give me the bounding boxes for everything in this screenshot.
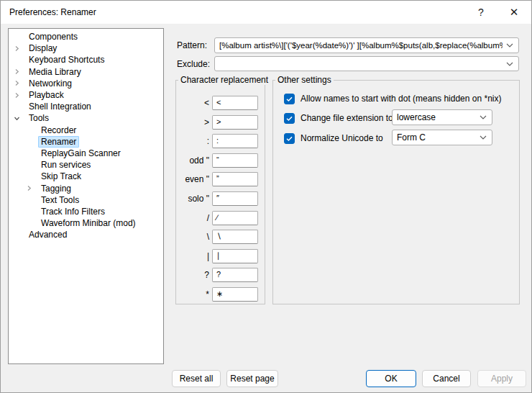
ok-label: OK	[385, 374, 397, 384]
tree-item-components[interactable]: Components	[9, 31, 163, 42]
exclude-combobox[interactable]	[214, 56, 519, 71]
help-button[interactable]: ?	[469, 1, 493, 24]
pattern-value: [%album artist%\]['('$year(%date%)')' ][…	[219, 38, 503, 53]
checkmark-icon	[285, 135, 293, 143]
change-extension-checkbox[interactable]	[284, 113, 295, 124]
char-replacement-input[interactable]: ∖	[212, 230, 258, 244]
char-replacement-group: Character replacement <<>>::odd "“even "…	[175, 80, 265, 304]
expander-spacer	[14, 102, 26, 111]
file-extension-combobox[interactable]: lowercase	[392, 109, 492, 125]
tree-item-label: Playback	[26, 89, 67, 101]
checkmark-icon	[285, 114, 293, 122]
char-replacement-input[interactable]: ″	[212, 191, 258, 206]
tree-item-replaygain-scanner[interactable]: ReplayGain Scanner	[9, 148, 163, 159]
char-replacement-input[interactable]: ∕	[212, 211, 258, 225]
dialog-title: Preferences: Renamer	[9, 1, 96, 24]
chevron-down-icon[interactable]	[506, 62, 513, 66]
tree-item-networking[interactable]: Networking	[9, 78, 163, 89]
tree-item-playback[interactable]: Playback	[9, 89, 163, 101]
char-replacement-input[interactable]: ?	[212, 268, 258, 282]
chevron-down-icon[interactable]	[480, 115, 487, 119]
char-replacement-input[interactable]: ”	[212, 172, 258, 186]
apply-label: Apply	[491, 374, 513, 384]
tree-item-label: Run services	[38, 159, 93, 171]
tree-item-label: Waveform Minibar (mod)	[38, 217, 139, 229]
allow-dot-label: Allow names to start with dot (means hid…	[301, 94, 501, 104]
expander-spacer	[14, 32, 26, 41]
char-replacement-input[interactable]: <	[212, 96, 258, 110]
char-replacement-source-label: \	[176, 230, 209, 244]
char-replacement-input[interactable]: ∗	[212, 287, 258, 302]
reset-all-button[interactable]: Reset all	[172, 370, 221, 387]
chevron-right-icon[interactable]	[14, 44, 26, 53]
tree-item-renamer[interactable]: Renamer	[9, 136, 163, 148]
expander-spacer	[26, 219, 38, 227]
char-replacement-source-label: /	[176, 211, 209, 225]
unicode-form-value: Form C	[397, 130, 476, 145]
tree-item-label: Skip Track	[38, 171, 84, 182]
char-replacement-input[interactable]: >	[212, 115, 258, 130]
tree-item-waveform-minibar-mod[interactable]: Waveform Minibar (mod)	[9, 217, 163, 229]
char-replacement-source-label: *	[176, 287, 209, 302]
tree-item-label: Keyboard Shortcuts	[26, 54, 107, 66]
tree-item-track-info-filters[interactable]: Track Info Filters	[9, 206, 163, 217]
tree-item-display[interactable]: Display	[9, 42, 163, 54]
char-replacement-input[interactable]: ∣	[212, 249, 258, 263]
reset-page-button[interactable]: Reset page	[226, 370, 278, 387]
checkmark-icon	[285, 95, 293, 103]
tree-item-label: Media Library	[26, 66, 84, 78]
tree-item-text-tools[interactable]: Text Tools	[9, 194, 163, 206]
chevron-right-icon[interactable]	[14, 91, 26, 99]
char-replacement-source-label: <	[176, 96, 209, 110]
char-replacement-source-label: |	[176, 249, 209, 263]
char-replacement-source-label: >	[176, 115, 209, 130]
allow-dot-checkbox[interactable]	[284, 94, 295, 104]
expander-spacer	[26, 161, 38, 169]
ok-button[interactable]: OK	[366, 370, 416, 387]
expander-spacer	[26, 126, 38, 135]
char-replacement-source-label: solo "	[176, 191, 209, 206]
tree-item-keyboard-shortcuts[interactable]: Keyboard Shortcuts	[9, 54, 163, 66]
tree-item-label: Networking	[26, 78, 75, 89]
apply-button[interactable]: Apply	[477, 370, 526, 387]
char-replacement-source-label: odd "	[176, 153, 209, 168]
exclude-label: Exclude:	[177, 56, 210, 72]
expander-spacer	[26, 137, 38, 146]
char-replacement-input[interactable]: “	[212, 153, 258, 168]
tree-item-skip-track[interactable]: Skip Track	[9, 171, 163, 182]
unicode-form-combobox[interactable]: Form C	[392, 130, 492, 145]
tree-item-tools[interactable]: Tools	[9, 112, 163, 124]
normalize-unicode-label: Normalize Unicode to	[301, 133, 383, 143]
tree-item-run-services[interactable]: Run services	[9, 159, 163, 171]
chevron-right-icon[interactable]	[14, 79, 26, 88]
normalize-unicode-checkbox[interactable]	[284, 133, 295, 144]
preferences-dialog: Preferences: Renamer ? ✕ ComponentsDispl…	[0, 0, 532, 393]
char-replacement-source-label: even "	[176, 172, 209, 186]
cancel-button[interactable]: Cancel	[422, 370, 471, 387]
char-replacement-input[interactable]: :	[212, 134, 258, 148]
char-replacement-source-label: :	[176, 134, 209, 148]
tree-item-label: Advanced	[26, 229, 70, 240]
expander-spacer	[14, 55, 26, 64]
tree-item-label: Tools	[26, 112, 52, 124]
expander-spacer	[26, 149, 38, 158]
chevron-down-icon[interactable]	[14, 114, 26, 122]
pattern-combobox[interactable]: [%album artist%\]['('$year(%date%)')' ][…	[214, 37, 519, 53]
reset-all-label: Reset all	[180, 374, 214, 384]
tree-item-media-library[interactable]: Media Library	[9, 66, 163, 78]
tree-item-shell-integration[interactable]: Shell Integration	[9, 101, 163, 112]
chevron-right-icon[interactable]	[26, 184, 38, 193]
tree-item-recorder[interactable]: Recorder	[9, 125, 163, 136]
chevron-right-icon[interactable]	[14, 68, 26, 76]
tree-item-advanced[interactable]: Advanced	[9, 229, 163, 240]
chevron-down-icon[interactable]	[480, 135, 487, 140]
tree-item-label: Tagging	[38, 183, 74, 194]
close-button[interactable]: ✕	[502, 1, 526, 24]
chevron-down-icon[interactable]	[506, 43, 513, 48]
tree-item-label: Components	[26, 31, 81, 42]
allow-dot-row: Allow names to start with dot (means hid…	[284, 91, 501, 107]
expander-spacer	[26, 172, 38, 181]
char-replacement-title: Character replacement	[178, 75, 270, 85]
tree-item-label: ReplayGain Scanner	[38, 148, 124, 159]
tree-item-tagging[interactable]: Tagging	[9, 182, 163, 194]
